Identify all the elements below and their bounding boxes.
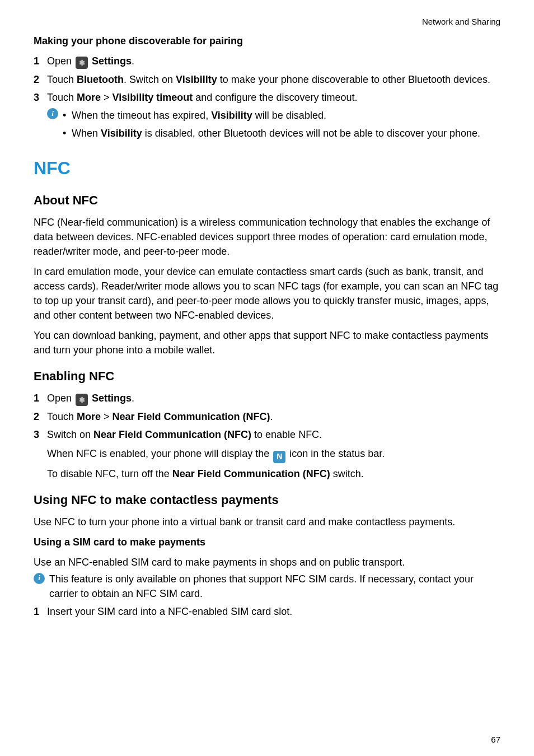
page-category: Network and Sharing: [34, 16, 500, 28]
bullet-dot: •: [63, 108, 72, 123]
about-nfc-p1: NFC (Near-field communication) is a wire…: [34, 215, 500, 259]
list-body: Touch More > Near Field Communication (N…: [47, 409, 500, 424]
info-icon: i: [34, 573, 45, 584]
list-item: 1Open Settings.: [34, 391, 500, 406]
list-item: 1Insert your SIM card into a NFC-enabled…: [34, 604, 500, 619]
list-number: 1: [34, 391, 47, 405]
bullet-dot: •: [63, 126, 72, 141]
info-bullet: i•When the timeout has expired, Visibili…: [47, 108, 500, 123]
pairing-info-bullets: i•When the timeout has expired, Visibili…: [47, 108, 500, 141]
sim-steps: 1Insert your SIM card into a NFC-enabled…: [34, 604, 500, 619]
payments-intro: Use NFC to turn your phone into a virtua…: [34, 515, 500, 529]
about-nfc-heading: About NFC: [34, 192, 500, 209]
post-line: To disable NFC, turn off the Near Field …: [47, 466, 500, 481]
list-body: Touch Bluetooth. Switch on Visibility to…: [47, 72, 500, 87]
sim-note-text: This feature is only available on phones…: [49, 572, 500, 601]
info-icon-spacer: [47, 126, 58, 137]
nfc-icon: N: [273, 451, 285, 463]
sim-payments-intro: Use an NFC-enabled SIM card to make paym…: [34, 555, 500, 570]
bullet-text: When Visibility is disabled, other Bluet…: [72, 126, 500, 141]
info-icon: i: [47, 108, 58, 119]
enabling-post: When NFC is enabled, your phone will dis…: [47, 446, 500, 480]
list-body: Open Settings.: [47, 54, 500, 69]
list-item: 1Open Settings.: [34, 54, 500, 69]
list-body: Touch More > Visibility timeout and conf…: [47, 90, 500, 105]
enabling-nfc-heading: Enabling NFC: [34, 367, 500, 385]
payments-heading: Using NFC to make contactless payments: [34, 491, 500, 509]
list-number: 1: [34, 54, 47, 68]
list-body: Switch on Near Field Communication (NFC)…: [47, 427, 500, 442]
list-item: 3Touch More > Visibility timeout and con…: [34, 90, 500, 105]
info-bullet: •When Visibility is disabled, other Blue…: [47, 126, 500, 141]
pairing-heading: Making your phone discoverable for pairi…: [34, 34, 500, 48]
list-body: Open Settings.: [47, 391, 500, 406]
list-number: 2: [34, 409, 47, 424]
about-nfc-p3: You can download banking, payment, and o…: [34, 328, 500, 357]
list-item: 2Touch More > Near Field Communication (…: [34, 409, 500, 424]
pairing-steps: 1Open Settings.2Touch Bluetooth. Switch …: [34, 54, 500, 105]
list-body: Insert your SIM card into a NFC-enabled …: [47, 604, 500, 619]
post-line: When NFC is enabled, your phone will dis…: [47, 446, 500, 463]
list-number: 3: [34, 427, 47, 442]
page-number: 67: [491, 734, 500, 746]
bullet-text: When the timeout has expired, Visibility…: [72, 108, 500, 123]
list-number: 1: [34, 604, 47, 619]
list-number: 3: [34, 90, 47, 105]
settings-icon: [76, 57, 88, 69]
settings-icon: [76, 394, 88, 406]
sim-note-row: i This feature is only available on phon…: [34, 572, 500, 601]
list-item: 2Touch Bluetooth. Switch on Visibility t…: [34, 72, 500, 87]
enabling-steps: 1Open Settings.2Touch More > Near Field …: [34, 391, 500, 442]
list-number: 2: [34, 72, 47, 87]
list-item: 3Switch on Near Field Communication (NFC…: [34, 427, 500, 442]
nfc-title: NFC: [34, 155, 500, 181]
about-nfc-p2: In card emulation mode, your device can …: [34, 264, 500, 323]
sim-payments-heading: Using a SIM card to make payments: [34, 535, 500, 549]
